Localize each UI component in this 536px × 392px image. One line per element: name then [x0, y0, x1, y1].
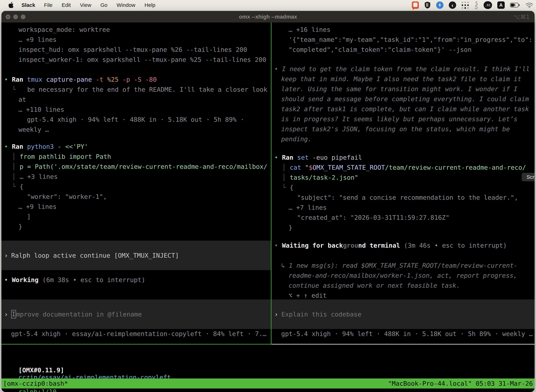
tmux-status-bar[interactable]: [omx-cczip0:bash* "MacBook-Pro-44.local"… [1, 378, 535, 388]
terminal-line: "created_at": "2026-03-31T11:59:27.816Z" [272, 213, 535, 223]
screen-tooltip: Scre [522, 173, 535, 181]
terminal-line: • Ran set -euo pipefail [272, 152, 535, 163]
terminal-line: … +16 lines [272, 25, 535, 35]
terminal-line: ] [1, 212, 271, 222]
terminal-line: • Working (6m 38s • esc to interrupt) [1, 275, 271, 285]
menu-item-window[interactable]: Window [117, 2, 135, 8]
terminal-line: └ { [272, 182, 535, 192]
right-input-box[interactable]: › Explain this codebase [272, 299, 535, 329]
left-input-box[interactable]: › I mprove documentation in @filename [1, 299, 271, 329]
omx-status-line: [OMX#0.11.9] cczip/essay/ai-reimplementa… [1, 345, 535, 378]
menu-item-view[interactable]: View [80, 2, 91, 8]
terminal-line: inspect_worker-1: omx sparkshell --tmux-… [1, 55, 271, 65]
record-app-icon[interactable]: ‹ [449, 1, 456, 9]
terminal-line: should send a message before completing … [272, 94, 535, 104]
left-session-status: gpt-5.4 xhigh · essay/ai-reimplementatio… [11, 329, 266, 339]
terminal-line: "subject": "send a concise recommendatio… [272, 192, 535, 202]
ralph-loop-text: Ralph loop active continue [OMX_TMUX_INJ… [11, 252, 179, 259]
prompt-chevron: › [1, 311, 8, 318]
window-title-bar[interactable]: omx --xhigh --madmax ⌥⌘1 [1, 11, 535, 23]
menu-item-help[interactable]: Help [144, 2, 155, 8]
left-input-placeholder: mprove documentation in @filename [16, 311, 142, 318]
tmux-host-clock: "MacBook-Pro-44.local" 05:03 31-Mar-26 [388, 380, 533, 387]
ralph-loop-banner: › Ralph loop active continue [OMX_TMUX_I… [1, 241, 271, 270]
output-block: • I need to get the claim token from the… [272, 64, 535, 144]
terminal-line: gpt-5.4 xhigh · 94% left · 488K in · 5.1… [1, 115, 271, 125]
terminal-line: "completed","claim_token":"claim-token"}… [272, 45, 535, 55]
output-block: • Ran tmux capture-pane -t %25 -p -S -80… [1, 75, 271, 135]
output-block: … +16 lines'{"team_name":"my-team","task… [272, 25, 535, 55]
shield-icon[interactable] [424, 1, 431, 9]
terminal-line: is in progress? It seems likely but perh… [272, 114, 535, 124]
terminal-line: inspect_hud: omx sparkshell --tmux-pane … [1, 45, 271, 55]
text-cursor: I [11, 310, 16, 318]
terminal-line: … +110 lines [1, 104, 271, 115]
menu-status-tray: ‹ ..61 A [412, 0, 533, 10]
output-block: • Working (6m 38s • esc to interrupt) [1, 275, 271, 285]
terminal-line: "worker": "worker-1", [1, 191, 271, 202]
terminal-line: • Ran tmux capture-pane -t %25 -p -S -80 [1, 75, 271, 84]
a-app-icon[interactable]: A [497, 1, 505, 9]
terminal-line: • Ran python3 - <<'PY' [1, 142, 271, 152]
terminal-line: … +7 lines [272, 202, 535, 213]
terminal-line: • Waiting for background terminal (3m 46… [272, 240, 535, 250]
omx-ralph-counter: ralph:1/10 [19, 388, 57, 392]
prompt-chevron: › [272, 311, 278, 318]
terminal-line: │ cat "$OMX_TEAM_STATE_ROOT/team/review-… [272, 163, 535, 173]
menu-app-name[interactable]: Slack [21, 2, 35, 8]
terminal-line: │ tasks/task-2.json" [272, 173, 535, 182]
output-block: • Ran set -euo pipefail│ cat "$OMX_TEAM_… [272, 152, 535, 233]
right-input-placeholder: Explain this codebase [281, 311, 361, 318]
tmux-session-name[interactable]: [omx-cczip0:bash* [3, 380, 68, 387]
timer-badge-icon[interactable]: ..61 [483, 1, 492, 9]
terminal-line: └ { [1, 182, 271, 191]
menu-item-edit[interactable]: Edit [62, 2, 71, 8]
menu-item-file[interactable]: File [44, 2, 53, 8]
terminal-line: task2 after task1 is complete, but can I… [272, 104, 535, 114]
window-shortcut-hint: ⌥⌘1 [513, 14, 530, 20]
terminal-line: weekly … [1, 125, 271, 135]
dots-grid-icon[interactable] [461, 1, 469, 9]
apple-icon[interactable] [8, 2, 14, 9]
terminal-line: workspace_mode: worktree [1, 25, 271, 35]
terminal-content: › Ralph loop active continue [OMX_TMUX_I… [1, 23, 535, 344]
terminal-line: … +9 lines [1, 202, 271, 212]
menu-item-go[interactable]: Go [100, 2, 107, 8]
terminal-line [272, 250, 535, 261]
terminal-line: │ from pathlib import Path [1, 152, 271, 162]
terminal-line: at [1, 94, 271, 104]
output-block: • Waiting for background terminal (3m 46… [272, 240, 535, 300]
terminal-line: ⌥ + ↑ edit [272, 290, 535, 300]
lightning-badge-icon[interactable] [436, 1, 444, 9]
output-block: • Ran python3 - <<'PY'│ from pathlib imp… [1, 142, 271, 232]
terminal-line: } [1, 222, 271, 232]
terminal-window: omx --xhigh --madmax ⌥⌘1 › Ralph loop ac… [1, 11, 535, 392]
terminal-line: pending. [272, 134, 535, 144]
terminal-line: continue assigned work or next feasible … [272, 280, 535, 290]
omx-version: [OMX#0.11.9] [19, 367, 64, 374]
wifi-icon[interactable] [526, 2, 533, 8]
window-title: omx --xhigh --madmax [1, 14, 535, 20]
terminal-line: │ p = Path('.omx/state/team/review-curre… [1, 162, 271, 172]
chat-app-icon[interactable] [412, 1, 419, 9]
prompt-chevron: › [1, 252, 8, 259]
terminal-line: └ be necessary for the end of the README… [1, 84, 271, 94]
terminal-line: keep that in mind. Maybe I also need the… [272, 74, 535, 84]
pane-divider[interactable] [271, 23, 272, 344]
terminal-pane-right[interactable]: › Explain this codebase gpt-5.4 xhigh · … [272, 23, 535, 344]
terminal-line: '{"team_name":"my-team","task_id":"1","f… [272, 35, 535, 45]
battery-icon[interactable] [510, 2, 520, 8]
terminal-line: • I need to get the claim token from the… [272, 64, 535, 74]
terminal-line: later. Using the same for transition mig… [272, 84, 535, 94]
terminal-line: ↳ 1 new msg(s): read $OMX_TEAM_STATE_ROO… [272, 261, 535, 271]
hook-icon[interactable] [474, 1, 478, 9]
terminal-line: │ … +3 lines [1, 172, 271, 182]
terminal-line: readme-and-reco/mailbox/worker-1.json, a… [272, 271, 535, 280]
output-block: workspace_mode: worktree… +9 linesinspec… [1, 25, 271, 65]
terminal-line: inspect task2's JSON, focusing on the st… [272, 124, 535, 134]
terminal-line: } [272, 223, 535, 233]
menu-bar: Slack File Edit View Go Window Help ‹ ..… [0, 0, 536, 10]
terminal-line: … +9 lines [1, 35, 271, 45]
right-session-status: gpt-5.4 xhigh · 94% left · 488K in · 5.1… [281, 329, 533, 339]
terminal-pane-left[interactable]: › Ralph loop active continue [OMX_TMUX_I… [1, 23, 271, 344]
